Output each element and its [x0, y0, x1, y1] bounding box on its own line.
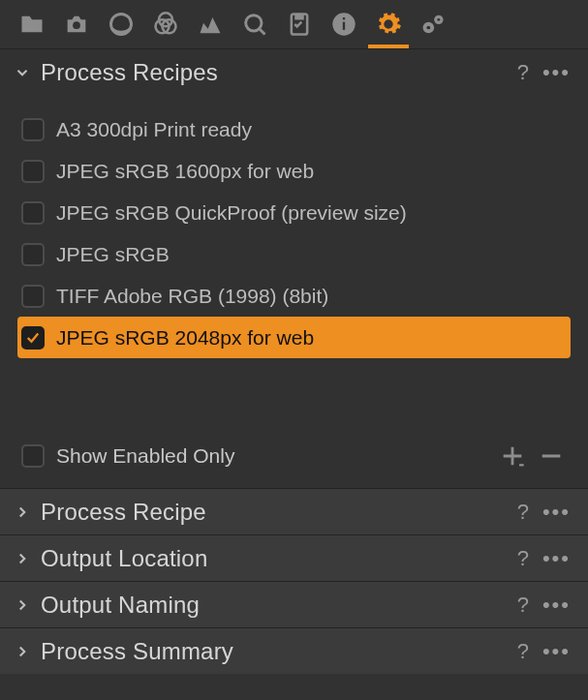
- chevron-right-icon: [12, 641, 33, 662]
- chevron-right-icon: [12, 594, 33, 616]
- tool-tabs: [0, 0, 588, 48]
- more-button[interactable]: •••: [542, 62, 571, 83]
- recipe-item[interactable]: JPEG sRGB: [17, 233, 571, 275]
- recipe-checkbox[interactable]: [21, 118, 45, 141]
- loupe-icon[interactable]: [240, 10, 269, 39]
- recipe-label: TIFF Adobe RGB (1998) (8bit): [56, 285, 328, 308]
- gears-icon[interactable]: [418, 10, 448, 39]
- help-button[interactable]: ?: [517, 546, 529, 571]
- recipe-checkbox[interactable]: [21, 326, 45, 350]
- svg-point-11: [426, 26, 430, 30]
- panel-title: Output Naming: [41, 592, 517, 619]
- checklist-icon[interactable]: [285, 10, 314, 39]
- add-recipe-button[interactable]: [493, 437, 532, 475]
- circle-icon[interactable]: [107, 10, 136, 39]
- recipe-item[interactable]: JPEG sRGB 2048px for web: [17, 317, 571, 358]
- svg-point-5: [246, 15, 262, 31]
- recipe-label: JPEG sRGB QuickProof (preview size): [56, 201, 407, 225]
- svg-point-13: [437, 18, 440, 21]
- svg-rect-9: [343, 17, 345, 19]
- remove-recipe-button[interactable]: [532, 437, 571, 475]
- panel-title: Process Summary: [41, 638, 517, 665]
- more-button[interactable]: •••: [542, 548, 571, 569]
- more-button[interactable]: •••: [542, 641, 571, 662]
- gear-icon[interactable]: [374, 10, 403, 39]
- recipe-list: A3 300dpi Print ready JPEG sRGB 1600px f…: [17, 108, 571, 358]
- recipe-checkbox[interactable]: [21, 201, 45, 225]
- panel-header-process-recipes[interactable]: Process Recipes ? •••: [0, 48, 588, 95]
- panel-header-output-naming[interactable]: Output Naming ? •••: [0, 581, 588, 627]
- help-button[interactable]: ?: [517, 500, 529, 525]
- more-button[interactable]: •••: [542, 502, 571, 523]
- recipe-checkbox[interactable]: [21, 285, 45, 308]
- histogram-icon[interactable]: [196, 10, 225, 39]
- help-button[interactable]: ?: [517, 593, 529, 618]
- recipe-label: JPEG sRGB 1600px for web: [56, 160, 314, 183]
- folder-icon[interactable]: [17, 10, 46, 39]
- svg-rect-8: [343, 22, 345, 30]
- help-button[interactable]: ?: [517, 60, 529, 85]
- recipe-label: A3 300dpi Print ready: [56, 118, 252, 141]
- help-button[interactable]: ?: [517, 639, 529, 664]
- camera-icon[interactable]: [62, 10, 91, 39]
- chevron-right-icon: [12, 548, 33, 569]
- recipe-label: JPEG sRGB: [56, 243, 170, 266]
- svg-point-0: [73, 21, 80, 29]
- panel-header-output-location[interactable]: Output Location ? •••: [0, 534, 588, 581]
- show-enabled-checkbox[interactable]: [21, 444, 45, 468]
- recipe-label: JPEG sRGB 2048px for web: [56, 326, 314, 350]
- panel-header-process-recipe[interactable]: Process Recipe ? •••: [0, 488, 588, 534]
- chevron-right-icon: [12, 502, 33, 523]
- chevron-down-icon: [12, 62, 33, 83]
- recipes-panel-body: A3 300dpi Print ready JPEG sRGB 1600px f…: [0, 95, 588, 381]
- info-icon[interactable]: [329, 10, 358, 39]
- recipe-checkbox[interactable]: [21, 160, 45, 183]
- panel-title: Process Recipes: [41, 59, 517, 86]
- panel-title: Output Location: [41, 545, 517, 572]
- recipe-item[interactable]: A3 300dpi Print ready: [17, 108, 571, 150]
- recipe-checkbox[interactable]: [21, 243, 45, 266]
- recipes-bottom-controls: Show Enabled Only: [0, 424, 588, 488]
- show-enabled-label: Show Enabled Only: [56, 444, 234, 468]
- recipe-item[interactable]: TIFF Adobe RGB (1998) (8bit): [17, 275, 571, 317]
- panel-title: Process Recipe: [41, 499, 517, 526]
- panel-header-process-summary[interactable]: Process Summary ? •••: [0, 627, 588, 674]
- recipe-item[interactable]: JPEG sRGB QuickProof (preview size): [17, 192, 571, 233]
- rings-icon[interactable]: [151, 10, 180, 39]
- recipe-item[interactable]: JPEG sRGB 1600px for web: [17, 150, 571, 192]
- more-button[interactable]: •••: [542, 594, 571, 616]
